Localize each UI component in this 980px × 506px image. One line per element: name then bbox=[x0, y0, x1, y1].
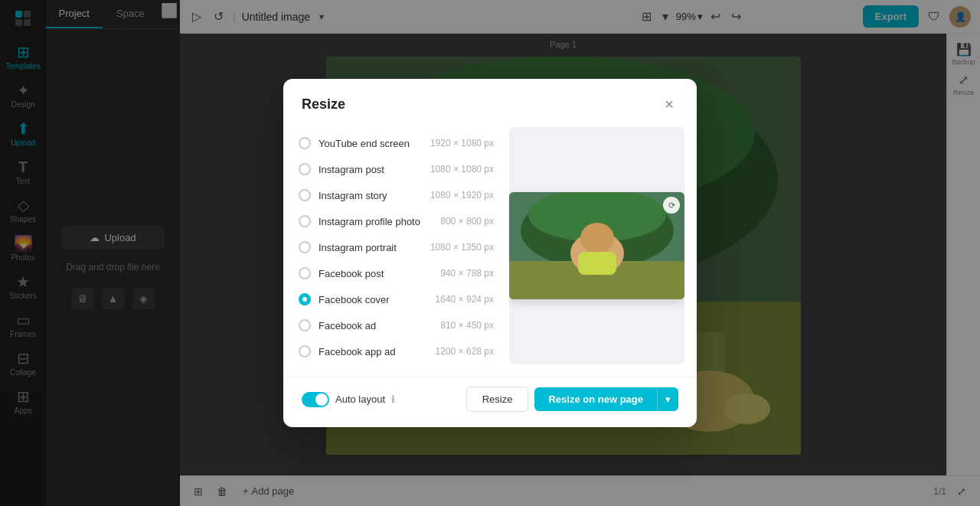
option-dims-facebook-app-ad: 1200 × 628 px bbox=[436, 346, 494, 357]
modal-footer: Auto layout ℹ Resize Resize on new page … bbox=[283, 377, 697, 427]
option-dims-youtube-end-screen: 1920 × 1080 px bbox=[430, 138, 494, 149]
modal-header: Resize × bbox=[283, 79, 697, 127]
toggle-knob bbox=[315, 393, 328, 406]
modal-overlay[interactable]: Resize × YouTube end screen 1920 × 1080 … bbox=[0, 0, 980, 506]
option-label-instagram-profile-photo: Instagram profile photo bbox=[318, 216, 433, 227]
radio-facebook-app-ad[interactable] bbox=[299, 345, 311, 357]
auto-layout-info-icon[interactable]: ℹ bbox=[391, 393, 395, 405]
resize-modal: Resize × YouTube end screen 1920 × 1080 … bbox=[283, 79, 697, 427]
svg-rect-17 bbox=[578, 252, 616, 275]
preview-image-bg bbox=[509, 192, 684, 299]
option-label-facebook-app-ad: Facebook app ad bbox=[318, 346, 428, 357]
option-dims-facebook-post: 940 × 788 px bbox=[440, 268, 494, 279]
radio-facebook-cover[interactable] bbox=[299, 293, 311, 305]
option-label-youtube-end-screen: YouTube end screen bbox=[318, 138, 423, 149]
modal-close-button[interactable]: × bbox=[660, 94, 678, 115]
resize-preview: ⟳ bbox=[509, 127, 684, 364]
option-dims-instagram-story: 1080 × 1920 px bbox=[430, 190, 494, 201]
footer-buttons: Resize Resize on new page ▾ bbox=[466, 387, 678, 412]
auto-layout-control: Auto layout ℹ bbox=[302, 392, 395, 407]
option-instagram-profile-photo[interactable]: Instagram profile photo 800 × 800 px bbox=[296, 208, 497, 234]
option-dims-facebook-ad: 810 × 450 px bbox=[440, 320, 494, 331]
option-label-facebook-post: Facebook post bbox=[318, 268, 433, 279]
radio-facebook-ad[interactable] bbox=[299, 319, 311, 331]
modal-title: Resize bbox=[302, 96, 345, 113]
option-dims-instagram-profile-photo: 800 × 800 px bbox=[440, 216, 494, 227]
option-facebook-cover[interactable]: Facebook cover 1640 × 924 px bbox=[296, 286, 497, 312]
option-facebook-ad[interactable]: Facebook ad 810 × 450 px bbox=[296, 312, 497, 338]
radio-instagram-post[interactable] bbox=[299, 163, 311, 175]
option-label-instagram-post: Instagram post bbox=[318, 164, 423, 175]
resize-on-new-page-button[interactable]: Resize on new page bbox=[534, 387, 657, 411]
option-youtube-end-screen[interactable]: YouTube end screen 1920 × 1080 px bbox=[296, 130, 497, 156]
option-dims-facebook-cover: 1640 × 924 px bbox=[436, 294, 494, 305]
auto-layout-label: Auto layout bbox=[335, 393, 385, 405]
option-label-instagram-portrait: Instagram portrait bbox=[318, 242, 423, 253]
option-instagram-post[interactable]: Instagram post 1080 × 1080 px bbox=[296, 156, 497, 182]
preview-image-container: ⟳ bbox=[509, 192, 684, 299]
option-label-facebook-ad: Facebook ad bbox=[318, 320, 433, 331]
option-dims-instagram-post: 1080 × 1080 px bbox=[430, 164, 494, 175]
radio-facebook-post[interactable] bbox=[299, 267, 311, 279]
radio-instagram-portrait[interactable] bbox=[299, 241, 311, 253]
svg-point-16 bbox=[580, 223, 614, 253]
option-facebook-post[interactable]: Facebook post 940 × 788 px bbox=[296, 260, 497, 286]
radio-instagram-profile-photo[interactable] bbox=[299, 215, 311, 227]
resize-new-page-group: Resize on new page ▾ bbox=[534, 387, 678, 411]
crop-icon[interactable]: ⟳ bbox=[663, 197, 680, 214]
option-instagram-portrait[interactable]: Instagram portrait 1080 × 1350 px bbox=[296, 234, 497, 260]
option-label-facebook-cover: Facebook cover bbox=[318, 294, 428, 305]
option-facebook-app-ad[interactable]: Facebook app ad 1200 × 628 px bbox=[296, 338, 497, 364]
option-dims-instagram-portrait: 1080 × 1350 px bbox=[430, 242, 494, 253]
radio-instagram-story[interactable] bbox=[299, 189, 311, 201]
radio-youtube-end-screen[interactable] bbox=[299, 137, 311, 149]
option-label-instagram-story: Instagram story bbox=[318, 190, 423, 201]
option-instagram-story[interactable]: Instagram story 1080 × 1920 px bbox=[296, 182, 497, 208]
resize-new-page-dropdown[interactable]: ▾ bbox=[657, 387, 678, 411]
resize-button[interactable]: Resize bbox=[466, 387, 529, 412]
modal-body: YouTube end screen 1920 × 1080 px Instag… bbox=[283, 127, 697, 377]
resize-options-list: YouTube end screen 1920 × 1080 px Instag… bbox=[283, 127, 509, 377]
auto-layout-toggle[interactable] bbox=[302, 392, 329, 407]
